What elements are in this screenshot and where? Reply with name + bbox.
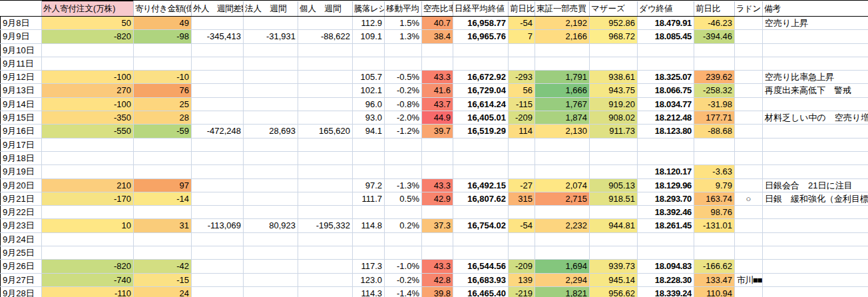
- cell-tosho[interactable]: 2,130: [535, 125, 590, 138]
- cell-radon[interactable]: [735, 84, 763, 97]
- cell-dowchg[interactable]: [694, 232, 735, 246]
- cell-nikkei[interactable]: 16,492.15: [453, 178, 509, 192]
- cell-yoritsuki[interactable]: 25: [134, 97, 192, 111]
- cell-short[interactable]: 43.7: [422, 97, 453, 111]
- cell-dow[interactable]: [638, 57, 694, 70]
- cell-mothers[interactable]: [590, 165, 638, 178]
- cell-nikkei[interactable]: 16,958.77: [453, 17, 509, 30]
- cell-short[interactable]: 43.3: [422, 71, 453, 84]
- cell-yoritsuki[interactable]: [134, 165, 192, 178]
- cell-mothers[interactable]: 939.73: [590, 260, 638, 273]
- cell-biko[interactable]: [763, 246, 868, 260]
- cell-nikkei[interactable]: [453, 246, 509, 260]
- row-date[interactable]: 9月23日: [1, 219, 42, 232]
- cell-dowchg[interactable]: [694, 57, 735, 70]
- cell-yoritsuki[interactable]: [134, 206, 192, 219]
- cell-gaijin_week[interactable]: [192, 232, 244, 246]
- cell-ratio[interactable]: 93.0: [353, 111, 385, 125]
- cell-tosho[interactable]: 2,166: [535, 30, 590, 43]
- col-header-hojin[interactable]: 法人 週間: [244, 1, 298, 17]
- cell-gaijin_week[interactable]: [192, 111, 244, 125]
- cell-dowchg[interactable]: 9.79: [694, 178, 735, 192]
- cell-yoritsuki[interactable]: [134, 138, 192, 151]
- cell-radon[interactable]: [735, 111, 763, 125]
- cell-dowchg[interactable]: -394.46: [694, 30, 735, 43]
- cell-gaijin[interactable]: [42, 206, 134, 219]
- row-date[interactable]: 9月17日: [1, 138, 42, 151]
- cell-ratio[interactable]: [353, 206, 385, 219]
- cell-chg[interactable]: [509, 57, 535, 70]
- cell-tosho[interactable]: 2,192: [535, 17, 590, 30]
- cell-mothers[interactable]: 919.20: [590, 97, 638, 111]
- cell-short[interactable]: [422, 138, 453, 151]
- cell-hojin[interactable]: [244, 273, 298, 286]
- cell-ma[interactable]: [385, 57, 422, 70]
- cell-tosho[interactable]: 1,666: [535, 84, 590, 97]
- cell-gaijin_week[interactable]: [192, 43, 244, 57]
- cell-biko[interactable]: [763, 286, 868, 297]
- cell-ratio[interactable]: [353, 232, 385, 246]
- cell-yoritsuki[interactable]: -10: [134, 71, 192, 84]
- col-header-gaijin_week[interactable]: 外人 週間差額: [192, 1, 244, 17]
- cell-ma[interactable]: [385, 232, 422, 246]
- cell-hojin[interactable]: [244, 286, 298, 297]
- cell-chg[interactable]: 56: [509, 84, 535, 97]
- cell-short[interactable]: [422, 165, 453, 178]
- cell-radon[interactable]: [735, 71, 763, 84]
- col-header-tosho[interactable]: 東証一部売買: [535, 1, 590, 17]
- cell-yoritsuki[interactable]: -42: [134, 260, 192, 273]
- cell-gaijin[interactable]: [42, 246, 134, 260]
- cell-nikkei[interactable]: [453, 151, 509, 164]
- cell-gaijin_week[interactable]: [192, 273, 244, 286]
- cell-hojin[interactable]: [244, 17, 298, 30]
- cell-ma[interactable]: -1.3%: [385, 178, 422, 192]
- cell-ratio[interactable]: 102.1: [353, 84, 385, 97]
- cell-tosho[interactable]: 2,232: [535, 219, 590, 232]
- cell-radon[interactable]: [735, 206, 763, 219]
- cell-tosho[interactable]: 2,715: [535, 192, 590, 205]
- cell-nikkei[interactable]: 16,807.62: [453, 192, 509, 205]
- cell-dow[interactable]: 18.120.17: [638, 165, 694, 178]
- cell-short[interactable]: [422, 151, 453, 164]
- cell-hojin[interactable]: [244, 178, 298, 192]
- cell-dow[interactable]: 18.228.30: [638, 273, 694, 286]
- cell-biko[interactable]: [763, 43, 868, 57]
- cell-yoritsuki[interactable]: [134, 232, 192, 246]
- cell-ratio[interactable]: 117.3: [353, 260, 385, 273]
- col-header-radon[interactable]: ラドン: [735, 1, 763, 17]
- cell-radon[interactable]: [735, 178, 763, 192]
- cell-tosho[interactable]: [535, 206, 590, 219]
- cell-chg[interactable]: [509, 138, 535, 151]
- cell-kojin[interactable]: [298, 43, 353, 57]
- cell-dowchg[interactable]: 239.62: [694, 71, 735, 84]
- cell-tosho[interactable]: 1,791: [535, 71, 590, 84]
- cell-nikkei[interactable]: 16,672.92: [453, 71, 509, 84]
- cell-gaijin_week[interactable]: [192, 84, 244, 97]
- col-header-ratio[interactable]: 騰落レシオ: [353, 1, 385, 17]
- cell-yoritsuki[interactable]: 97: [134, 178, 192, 192]
- cell-chg[interactable]: [509, 43, 535, 57]
- cell-chg[interactable]: -293: [509, 71, 535, 84]
- cell-radon[interactable]: [735, 260, 763, 273]
- cell-kojin[interactable]: [298, 97, 353, 111]
- cell-kojin[interactable]: [298, 151, 353, 164]
- cell-hojin[interactable]: [244, 206, 298, 219]
- cell-hojin[interactable]: [244, 84, 298, 97]
- cell-gaijin_week[interactable]: [192, 97, 244, 111]
- cell-dowchg[interactable]: -3.63: [694, 165, 735, 178]
- cell-dow[interactable]: 18.339.24: [638, 286, 694, 297]
- cell-kojin[interactable]: [298, 17, 353, 30]
- cell-hojin[interactable]: [244, 97, 298, 111]
- cell-nikkei[interactable]: 16,683.93: [453, 273, 509, 286]
- cell-dow[interactable]: 18.293.70: [638, 192, 694, 205]
- cell-ratio[interactable]: 105.7: [353, 71, 385, 84]
- cell-ratio[interactable]: 97.2: [353, 178, 385, 192]
- cell-gaijin_week[interactable]: [192, 138, 244, 151]
- cell-mothers[interactable]: 938.61: [590, 71, 638, 84]
- cell-gaijin[interactable]: -740: [42, 273, 134, 286]
- cell-biko[interactable]: 日銀会合 21日に注目: [763, 178, 868, 192]
- cell-yoritsuki[interactable]: [134, 43, 192, 57]
- row-date[interactable]: 9月9日: [1, 30, 42, 43]
- cell-nikkei[interactable]: [453, 43, 509, 57]
- cell-yoritsuki[interactable]: -14: [134, 192, 192, 205]
